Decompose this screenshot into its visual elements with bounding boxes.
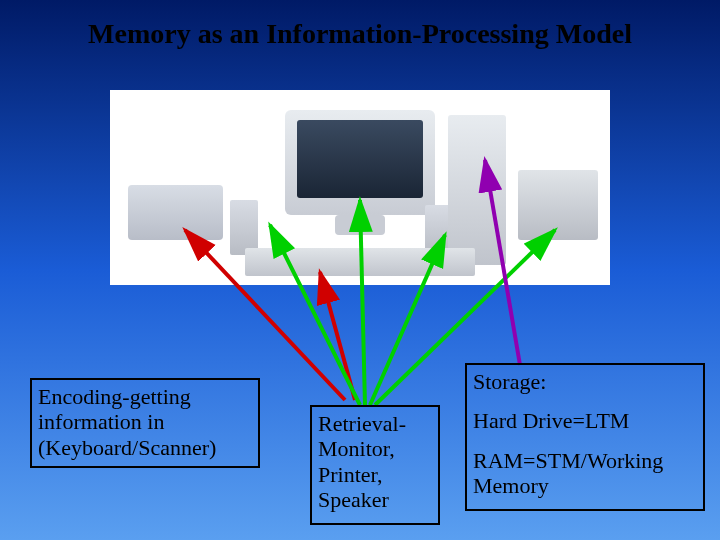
storage-line2: Hard Drive=LTM xyxy=(473,408,697,433)
retrieval-line3: Printer, xyxy=(318,462,432,487)
monitor-icon xyxy=(285,110,435,215)
encoding-box: Encoding-getting information in (Keyboar… xyxy=(30,378,260,468)
speaker-left-icon xyxy=(230,200,258,255)
encoding-line3: (Keyboard/Scanner) xyxy=(38,435,252,460)
printer-icon xyxy=(518,170,598,240)
scanner-icon xyxy=(128,185,223,240)
storage-line3: RAM=STM/Working xyxy=(473,448,697,473)
encoding-line1: Encoding-getting xyxy=(38,384,252,409)
retrieval-line4: Speaker xyxy=(318,487,432,512)
keyboard-icon xyxy=(245,248,475,276)
monitor-stand-icon xyxy=(335,215,385,235)
retrieval-box: Retrieval- Monitor, Printer, Speaker xyxy=(310,405,440,525)
storage-line1: Storage: xyxy=(473,369,697,394)
retrieval-line1: Retrieval- xyxy=(318,411,432,436)
arrow-encoding-2 xyxy=(320,272,355,400)
retrieval-line2: Monitor, xyxy=(318,436,432,461)
encoding-line2: information in xyxy=(38,409,252,434)
storage-box: Storage: Hard Drive=LTM RAM=STM/Working … xyxy=(465,363,705,511)
slide-title: Memory as an Information-Processing Mode… xyxy=(0,18,720,50)
tower-icon xyxy=(448,115,506,265)
monitor-screen-icon xyxy=(297,120,423,198)
storage-line4: Memory xyxy=(473,473,697,498)
computer-illustration xyxy=(110,90,610,285)
